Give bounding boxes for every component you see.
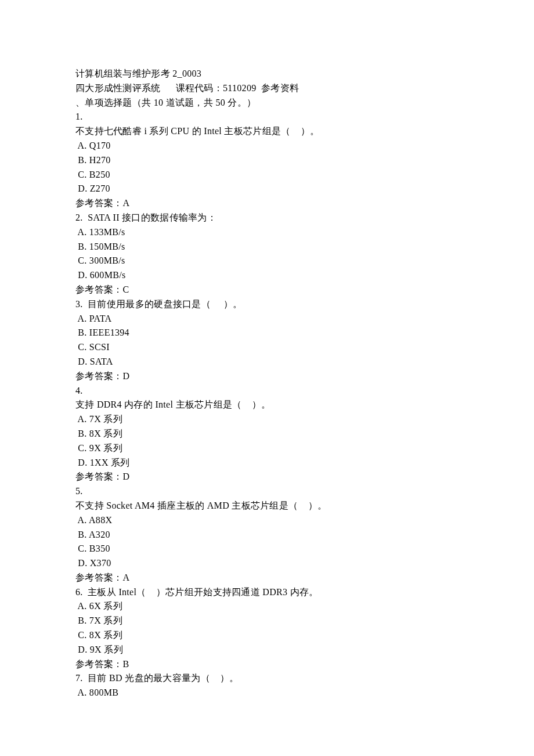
page-container: 计算机组装与维护形考 2_0003 四大形成性测评系统 课程代码：5110209… — [0, 0, 534, 756]
question-block: 6. 主板从 Intel（ ）芯片组开始支持四通道 DDR3 内存。 A. 6X… — [75, 585, 459, 672]
question-stem: 支持 DDR4 内存的 Intel 主板芯片组是（ ）。 — [75, 398, 459, 412]
option: B. 8X 系列 — [75, 427, 459, 441]
option: C. B350 — [75, 542, 459, 556]
option: B. 7X 系列 — [75, 614, 459, 628]
option: B. IEEE1394 — [75, 326, 459, 340]
option: C. 9X 系列 — [75, 441, 459, 456]
answer-line: 参考答案：A — [75, 196, 459, 211]
option: A. 133MB/s — [75, 225, 459, 240]
exam-title: 计算机组装与维护形考 2_0003 — [75, 67, 459, 81]
header-info: 四大形成性测评系统 课程代码：5110209 参考资料 — [75, 81, 459, 96]
option: B. A320 — [75, 528, 459, 542]
question-number: 1. — [75, 110, 459, 124]
option: B. H270 — [75, 153, 459, 168]
question-stem: 不支持七代酷睿 i 系列 CPU 的 Intel 主板芯片组是（ ）。 — [75, 124, 459, 139]
question-block: 1. 不支持七代酷睿 i 系列 CPU 的 Intel 主板芯片组是（ ）。 A… — [75, 110, 459, 211]
question-block: 2. SATA II 接口的数据传输率为： A. 133MB/s B. 150M… — [75, 211, 459, 297]
option: A. A88X — [75, 513, 459, 528]
option: A. Q170 — [75, 139, 459, 153]
option: C. SCSI — [75, 340, 459, 355]
ref-label: 参考资料 — [261, 83, 299, 93]
section-title: 、单项选择题（共 10 道试题，共 50 分。） — [75, 96, 459, 110]
question-number: 3. 目前使用最多的硬盘接口是（ ）。 — [75, 297, 459, 312]
option: A. PATA — [75, 312, 459, 326]
question-number: 5. — [75, 484, 459, 499]
question-block: 4. 支持 DDR4 内存的 Intel 主板芯片组是（ ）。 A. 7X 系列… — [75, 384, 459, 485]
option: D. SATA — [75, 355, 459, 369]
option: D. 1XX 系列 — [75, 456, 459, 470]
question-block: 3. 目前使用最多的硬盘接口是（ ）。 A. PATA B. IEEE1394 … — [75, 297, 459, 384]
question-number: 7. 目前 BD 光盘的最大容量为（ ）。 — [75, 671, 459, 686]
course-code-label: 课程代码： — [176, 83, 223, 93]
option: A. 800MB — [75, 686, 459, 700]
question-block: 7. 目前 BD 光盘的最大容量为（ ）。 A. 800MB — [75, 671, 459, 700]
question-number: 6. 主板从 Intel（ ）芯片组开始支持四通道 DDR3 内存。 — [75, 585, 459, 600]
answer-line: 参考答案：D — [75, 369, 459, 384]
option: A. 7X 系列 — [75, 412, 459, 427]
system-name: 四大形成性测评系统 — [75, 83, 161, 93]
option: D. X370 — [75, 556, 459, 571]
option: D. Z270 — [75, 182, 459, 196]
answer-line: 参考答案：A — [75, 571, 459, 585]
option: C. 300MB/s — [75, 254, 459, 268]
question-number: 2. SATA II 接口的数据传输率为： — [75, 211, 459, 225]
question-number: 4. — [75, 384, 459, 398]
option: D. 9X 系列 — [75, 643, 459, 657]
option: D. 600MB/s — [75, 268, 459, 283]
question-block: 5. 不支持 Socket AM4 插座主板的 AMD 主板芯片组是（ ）。 A… — [75, 484, 459, 585]
option: A. 6X 系列 — [75, 599, 459, 614]
option: B. 150MB/s — [75, 240, 459, 254]
answer-line: 参考答案：D — [75, 470, 459, 484]
course-code: 5110209 — [223, 83, 257, 93]
answer-line: 参考答案：B — [75, 657, 459, 672]
answer-line: 参考答案：C — [75, 283, 459, 297]
option: C. 8X 系列 — [75, 628, 459, 643]
question-stem: 不支持 Socket AM4 插座主板的 AMD 主板芯片组是（ ）。 — [75, 499, 459, 513]
option: C. B250 — [75, 168, 459, 182]
